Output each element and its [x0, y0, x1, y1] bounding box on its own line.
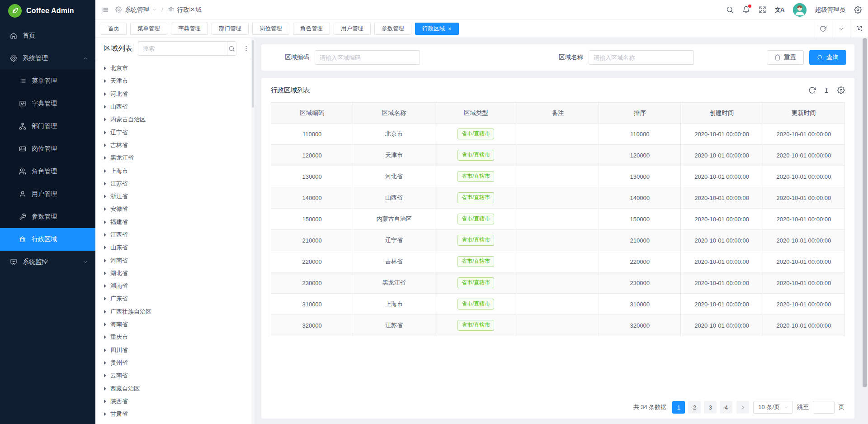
tab-item[interactable]: 参数管理 [374, 23, 411, 35]
sidebar-item-user-management[interactable]: 用户管理 [0, 183, 95, 205]
tree-item[interactable]: 山西省 [95, 100, 255, 113]
table-row[interactable]: 320000江苏省省市/直辖市3200002020-10-01 00:00:00… [271, 315, 845, 336]
caret-right-icon[interactable] [104, 374, 106, 377]
table-row[interactable]: 110000北京市省市/直辖市1100002020-10-01 00:00:00… [271, 124, 845, 145]
tree-item[interactable]: 河北省 [95, 88, 255, 100]
fullscreen-icon[interactable] [759, 6, 766, 14]
tab-close-icon[interactable]: × [448, 26, 452, 32]
tree-item[interactable]: 天津市 [95, 75, 255, 87]
tree-item[interactable]: 重庆市 [95, 331, 255, 343]
tree-item[interactable]: 安徽省 [95, 203, 255, 215]
sidebar-item-dictionary-management[interactable]: 字典管理 [0, 92, 95, 115]
refresh-page-button[interactable] [814, 20, 832, 38]
table-row[interactable]: 310000上海市省市/直辖市3100002020-10-01 00:00:00… [271, 294, 845, 315]
table-refresh-button[interactable] [808, 86, 816, 94]
caret-right-icon[interactable] [104, 361, 106, 365]
caret-right-icon[interactable] [104, 79, 106, 83]
caret-right-icon[interactable] [104, 400, 106, 403]
tab-item[interactable]: 菜单管理 [130, 23, 167, 35]
tree-item[interactable]: 海南省 [95, 318, 255, 331]
tree-item[interactable]: 福建省 [95, 216, 255, 229]
caret-right-icon[interactable] [104, 220, 106, 224]
next-page-button[interactable] [736, 401, 749, 414]
table-density-button[interactable] [823, 86, 830, 94]
table-row[interactable]: 230000黑龙江省省市/直辖市2300002020-10-01 00:00:0… [271, 272, 845, 294]
sidebar-item-parameter-management[interactable]: 参数管理 [0, 205, 95, 228]
caret-right-icon[interactable] [104, 233, 106, 237]
tab-item[interactable]: 部门管理 [212, 23, 249, 35]
table-row[interactable]: 130000河北省省市/直辖市1300002020-10-01 00:00:00… [271, 166, 845, 187]
caret-right-icon[interactable] [104, 182, 106, 186]
tree-more-button[interactable] [242, 45, 250, 52]
tree-item[interactable]: 山东省 [95, 241, 255, 254]
sidebar-item-system-management[interactable]: 系统管理 [0, 47, 95, 70]
table-row[interactable]: 140000山西省省市/直辖市1400002020-10-01 00:00:00… [271, 187, 845, 209]
page-button[interactable]: 2 [688, 401, 701, 414]
tree-item[interactable]: 云南省 [95, 369, 255, 382]
table-row[interactable]: 210000辽宁省省市/直辖市2100002020-10-01 00:00:00… [271, 230, 845, 251]
tree-search-input[interactable] [138, 42, 227, 55]
page-scrollbar-thumb[interactable] [863, 38, 867, 387]
tree-item[interactable]: 西藏自治区 [95, 382, 255, 395]
settings-gear-icon[interactable] [854, 6, 862, 14]
caret-right-icon[interactable] [104, 195, 106, 198]
tree-item[interactable]: 广东省 [95, 292, 255, 305]
reset-button[interactable]: 重置 [767, 50, 804, 65]
caret-right-icon[interactable] [104, 131, 106, 134]
caret-right-icon[interactable] [104, 105, 106, 109]
caret-right-icon[interactable] [104, 284, 106, 288]
jump-page-input[interactable] [813, 401, 835, 414]
caret-right-icon[interactable] [104, 143, 106, 147]
table-settings-button[interactable] [837, 86, 845, 94]
tree-item[interactable]: 北京市 [95, 62, 255, 75]
translate-icon[interactable]: 文A [775, 6, 784, 14]
table-row[interactable]: 220000吉林省省市/直辖市2200002020-10-01 00:00:00… [271, 251, 845, 272]
region-name-input[interactable] [589, 50, 694, 65]
tree-item[interactable]: 浙江省 [95, 190, 255, 203]
page-button[interactable]: 1 [672, 401, 685, 414]
caret-right-icon[interactable] [104, 323, 106, 326]
tree-item[interactable]: 江西省 [95, 229, 255, 241]
tree-item[interactable]: 湖北省 [95, 267, 255, 280]
search-icon[interactable] [726, 6, 734, 14]
tree-item[interactable]: 贵州省 [95, 357, 255, 369]
caret-right-icon[interactable] [104, 387, 106, 391]
caret-right-icon[interactable] [104, 310, 106, 314]
tree-item[interactable]: 湖南省 [95, 280, 255, 292]
tab-item[interactable]: 角色管理 [293, 23, 330, 35]
chevron-down-icon[interactable] [152, 7, 157, 12]
caret-right-icon[interactable] [104, 67, 106, 70]
tree-item[interactable]: 陕西省 [95, 395, 255, 408]
collapse-sidebar-icon[interactable] [101, 6, 109, 14]
caret-right-icon[interactable] [104, 207, 106, 211]
caret-right-icon[interactable] [104, 348, 106, 352]
caret-right-icon[interactable] [104, 272, 106, 275]
tree-item[interactable]: 辽宁省 [95, 126, 255, 138]
sidebar-item-department-management[interactable]: 部门管理 [0, 115, 95, 138]
page-button[interactable]: 4 [720, 401, 732, 414]
tab-item[interactable]: 行政区域× [415, 23, 459, 35]
caret-right-icon[interactable] [104, 246, 106, 249]
tree-item[interactable]: 吉林省 [95, 139, 255, 152]
sidebar-item-role-management[interactable]: 角色管理 [0, 160, 95, 183]
tree-scrollbar[interactable] [251, 38, 255, 424]
sidebar-item-menu-management[interactable]: 菜单管理 [0, 70, 95, 92]
caret-right-icon[interactable] [104, 92, 106, 96]
search-button[interactable]: 查询 [809, 50, 846, 65]
page-button[interactable]: 3 [704, 401, 717, 414]
sidebar-item-administrative-region[interactable]: 行政区域 [0, 228, 95, 251]
caret-right-icon[interactable] [104, 297, 106, 300]
caret-right-icon[interactable] [104, 118, 106, 121]
page-scrollbar[interactable] [862, 38, 868, 424]
tab-item[interactable]: 用户管理 [334, 23, 371, 35]
caret-right-icon[interactable] [104, 169, 106, 173]
tab-item[interactable]: 首页 [101, 23, 127, 35]
notifications-button[interactable] [742, 6, 750, 14]
table-row[interactable]: 120000天津市省市/直辖市1200002020-10-01 00:00:00… [271, 145, 845, 166]
sidebar-item-system-monitor[interactable]: 系统监控 [0, 251, 95, 273]
avatar[interactable] [793, 3, 807, 17]
breadcrumb-section[interactable]: 系统管理 [125, 6, 149, 14]
caret-right-icon[interactable] [104, 335, 106, 339]
region-code-input[interactable] [315, 50, 420, 65]
tree-item[interactable]: 江苏省 [95, 177, 255, 190]
